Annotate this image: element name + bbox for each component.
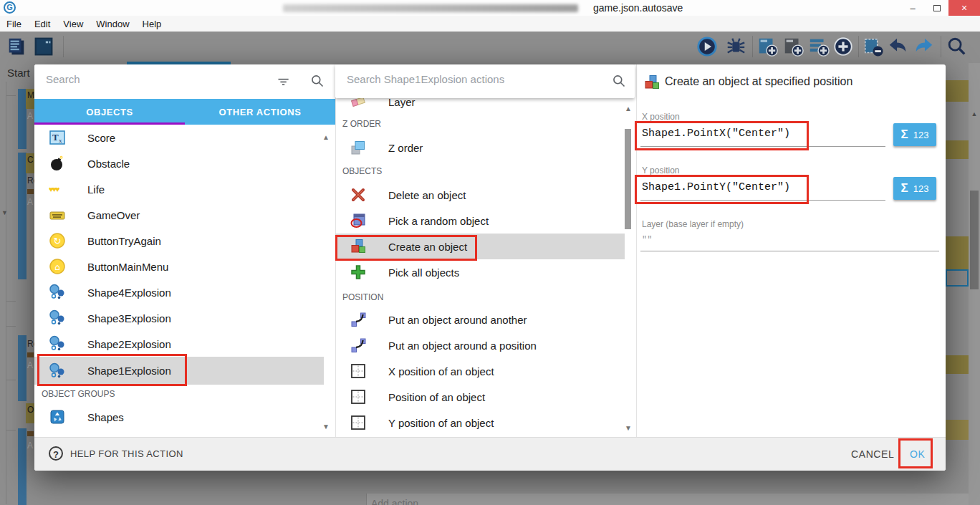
position-icon [350,414,367,431]
object-label: GameOver [87,209,140,221]
debug-icon[interactable] [725,36,746,57]
event-condition-cell: O [26,403,34,423]
z-order-icon [350,139,367,156]
help-label: HELP FOR THIS ACTION [70,448,183,459]
y-position-label: Y position [642,165,679,175]
bomb-icon [49,155,66,172]
add-comment-icon[interactable] [808,36,830,57]
position-icon [350,362,367,380]
object-row-life[interactable]: ♥♥♥ Life [34,176,324,202]
delete-event-icon[interactable] [863,36,884,57]
actions-scroll-up-icon[interactable]: ▲ [625,105,632,112]
actions-scroll-down-icon[interactable]: ▼ [625,424,632,432]
cancel-button[interactable]: CANCEL [851,448,894,460]
undo-icon[interactable] [887,36,908,57]
create-object-icon [350,238,367,255]
action-row-create-object-selected[interactable]: Create an object [335,234,625,259]
event-mini-icon [27,189,34,194]
tree-guide-tick [6,430,16,431]
menu-window[interactable]: Window [90,19,135,29]
event-condition-cell: C [26,153,34,173]
menu-edit[interactable]: Edit [28,19,57,29]
field-underline [640,200,885,201]
action-row-put-around-another[interactable]: Put an object around another [335,307,625,332]
action-row-pick-random[interactable]: Pick a random object [335,208,625,234]
object-label: Life [87,183,105,196]
search-toolbar-icon[interactable] [946,36,967,57]
objects-search-input[interactable] [46,73,261,85]
objects-scroll-down-icon[interactable]: ▼ [322,423,330,431]
action-row-zorder[interactable]: Z order [335,135,625,160]
event-block [946,355,969,374]
add-subevent-icon[interactable] [782,36,804,57]
event-text-fragment: A [27,197,33,207]
action-row-delete-object[interactable]: Delete an object [335,182,625,208]
y-expression-button[interactable]: Σ 123 [893,177,936,200]
objects-scroll-up-icon[interactable]: ▲ [322,133,330,141]
menu-view[interactable]: View [57,19,90,29]
action-row-y-position[interactable]: Y position of an object [335,410,625,436]
action-row-pick-all[interactable]: Pick all objects [335,259,625,285]
toolbar-separator [941,36,941,57]
y-position-input[interactable]: Shape1.PointY("Center") [642,181,790,193]
event-mini-icon [27,431,34,436]
object-group-row-shapes[interactable]: Shapes [34,404,324,430]
ok-button[interactable]: OK [910,448,925,460]
object-row-shape3explosion[interactable]: Shape3Explosion [34,305,324,331]
object-row-shape2explosion[interactable]: Shape2Explosion [34,331,324,357]
maximize-button[interactable] [926,0,948,16]
object-label: Shape1Explosion [87,365,171,377]
x-position-input[interactable]: Shape1.PointX("Center") [642,128,790,140]
menu-file[interactable]: File [0,19,28,29]
action-row-put-around-position[interactable]: Put an object around a position [335,332,625,358]
actions-scrollbar-thumb[interactable] [625,129,631,229]
x-expression-button[interactable]: Σ 123 [893,123,936,146]
window-title: game.json.autosave [593,2,683,14]
search-icon[interactable] [612,74,626,88]
toolbar-separator [858,36,859,57]
svg-text:T: T [52,132,59,143]
action-row-position[interactable]: Position of an object [335,384,625,410]
tab-objects[interactable]: OBJECTS [34,99,185,125]
add-event-icon[interactable] [756,36,778,57]
object-row-shape1explosion-selected[interactable]: Shape1Explosion [34,357,324,385]
play-preview-icon[interactable] [696,36,718,57]
scene-editor-icon[interactable] [33,36,54,57]
around-object-icon [350,337,367,354]
object-row-gameover[interactable]: GameOver [34,202,324,228]
search-icon[interactable] [310,74,325,88]
create-object-icon [643,74,660,91]
tab-other-actions[interactable]: OTHER ACTIONS [185,99,335,125]
menu-help[interactable]: Help [136,19,168,29]
filter-icon[interactable] [277,74,291,89]
object-row-obstacle[interactable]: Obstacle [34,150,324,176]
object-row-buttontryagain[interactable]: ↻ ButtonTryAgain [34,228,324,254]
object-row-buttonmainmenu[interactable]: ⌂ ButtonMainMenu [34,254,324,279]
action-details-panel: Create an object at specified position X… [636,64,946,437]
banner-icon [49,206,66,223]
retry-button-icon: ↻ [49,232,66,249]
redo-icon[interactable] [913,36,935,57]
pick-random-icon [350,212,367,229]
object-row-score[interactable]: Tx Score [34,125,324,150]
actions-panel: Layer Z ORDER Z order OBJECTS Delete an … [335,64,636,437]
tree-guide-line [6,82,6,504]
help-icon: ? [49,446,63,461]
action-label: Z order [388,142,423,154]
help-button[interactable]: ? HELP FOR THIS ACTION [49,446,183,461]
action-row-x-position[interactable]: X position of an object [335,358,625,384]
position-icon [350,388,367,405]
object-group-label: Shapes [87,411,124,423]
close-button[interactable]: × [948,0,980,16]
action-label: Put an object around another [388,314,527,326]
text-object-icon: Tx [49,129,66,146]
layer-input[interactable]: "" [642,235,652,245]
object-row-shape4explosion[interactable]: Shape4Explosion [34,279,324,305]
minimize-button[interactable]: – [901,0,924,16]
object-label: Shape2Explosion [87,338,171,350]
actions-search-input[interactable] [347,73,590,85]
svg-text:↻: ↻ [54,236,62,246]
choose-event-icon[interactable] [832,36,854,57]
add-action-label: Add action [371,498,418,505]
project-manager-icon[interactable] [6,36,27,57]
